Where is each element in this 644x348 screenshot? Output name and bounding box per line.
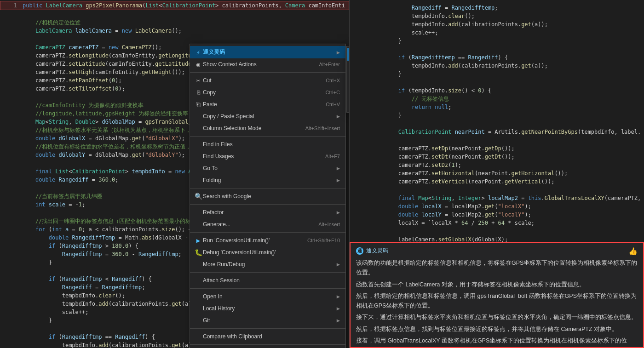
ai-line-2: 函数首先创建一个 LabelCamera 对象，用于存储标签在相机像素坐标系下的… xyxy=(356,280,638,290)
folding-arrow: ▶ xyxy=(337,177,340,183)
menu-item-debug[interactable]: 🐛 Debug 'ConversionUtil.main()' xyxy=(190,246,345,258)
separator-9 xyxy=(190,344,345,345)
r-code-5: } xyxy=(350,37,644,45)
r-code-3: tempbdInfo.add(calibrationPoints.get(a))… xyxy=(350,20,644,29)
r-code-empty3 xyxy=(350,120,644,128)
menu-item-tongyi[interactable]: ⚡ 通义灵码 ▶ 解释代码 生成单元测试 生成代码注释 生成优化建议 xyxy=(190,46,345,58)
r-code-empty5 xyxy=(350,186,644,194)
menu-item-paste[interactable]: ⎗ Paste Ctrl+V xyxy=(190,98,345,110)
separator-2 xyxy=(190,136,345,137)
cut-icon: ✂ xyxy=(194,77,203,84)
git-arrow: ▶ xyxy=(337,317,340,324)
r-code-2: tempbdInfo.clear(); xyxy=(350,12,644,20)
menu-item-column-selection[interactable]: Column Selection Mode Alt+Shift+Insert xyxy=(190,122,345,134)
menu-item-copy[interactable]: ⎘ Copy Ctrl+C xyxy=(190,86,345,98)
paste-icon: ⎗ xyxy=(194,101,203,108)
r-code-10: // 无标签信息 xyxy=(350,95,644,103)
r-code-21: double localY = localMap2.get("localY"); xyxy=(350,211,644,219)
ai-line-3: 然后，根据给定的相机信息和标签信息，调用 gpsTranGlobal_bolt … xyxy=(356,291,638,311)
menu-item-search-google[interactable]: 🔍 Search with Google xyxy=(190,190,345,202)
ai-icon: 通 xyxy=(356,247,363,255)
menu-item-run[interactable]: ▶ Run 'ConversionUtil.main()' Ctrl+Shift… xyxy=(190,234,345,246)
ai-panel: 通 通义灵码 👍 该函数的功能是根据给定的标签信息和相机信息，将标签在GPS坐标… xyxy=(350,242,644,348)
r-code-11: return null; xyxy=(350,103,644,111)
goto-arrow: ▶ xyxy=(337,165,340,171)
code-line-3: LabelCamera labelCamera = new LabelCamer… xyxy=(0,27,349,35)
r-code-17: cameraPTZ.setHorizontal(nearPoint.getHor… xyxy=(350,169,644,177)
r-code-19: final Map<String, Integer> localMap2 = t… xyxy=(350,194,644,202)
r-code-empty1 xyxy=(350,45,644,53)
r-code-14: cameraPTZ.setDp(nearPoint.getDp()); xyxy=(350,144,644,153)
r-code-13: CalibrationPoint nearPoint = ArUtils.get… xyxy=(350,128,644,136)
r-code-4: scale++; xyxy=(350,29,644,37)
menu-item-goto[interactable]: Go To ▶ xyxy=(190,162,345,174)
r-code-18: cameraPTZ.setVertical(nearPoint.getVerti… xyxy=(350,177,644,186)
code-line-empty2 xyxy=(0,35,349,43)
ai-content: 该函数的功能是根据给定的标签信息和相机信息，将标签在GPS坐标系下的位置转换为相… xyxy=(356,258,638,348)
r-code-23: labelCamera.setGlobalX(dGlobalX); xyxy=(350,235,644,242)
ai-line-6: 接着，调用 GlobalTransLocalXY 函数将相机在GPS坐标系下的位… xyxy=(356,336,638,348)
separator-5 xyxy=(190,232,345,233)
separator-3 xyxy=(190,188,345,188)
menu-item-show-context[interactable]: ◉ Show Context Actions Alt+Enter xyxy=(190,58,345,70)
separator-6 xyxy=(190,272,345,273)
ai-line-5: 然后，根据标签点信息，找到与标签位置最接近的标签点，并将其信息存储在 Camer… xyxy=(356,325,638,334)
r-code-12: } xyxy=(350,111,644,120)
r-code-empty2 xyxy=(350,78,644,86)
r-code-15: cameraPTZ.setDt(nearPoint.getDt()); xyxy=(350,153,644,161)
separator-4 xyxy=(190,204,345,205)
r-code-6: if (Rangedifftemp == Rangediff) { xyxy=(350,53,644,62)
code-line-2: //相机的定位位置 xyxy=(0,18,349,27)
menu-item-cut[interactable]: ✂ Cut Ctrl+X xyxy=(190,74,345,86)
menu-item-local-history[interactable]: Local History ▶ xyxy=(190,302,345,314)
r-code-8: } xyxy=(350,70,644,78)
r-code-9: if (tempbdInfo.size() < 0) { xyxy=(350,86,644,95)
menu-item-find-files[interactable]: Find in Files xyxy=(190,138,345,150)
tongyi-icon: ⚡ xyxy=(194,49,203,56)
right-panel: Rangediff = Rangedifftemp; tempbdInfo.cl… xyxy=(350,0,644,348)
ai-line-1: 该函数的功能是根据给定的标签信息和相机信息，将标签在GPS坐标系下的位置转换为相… xyxy=(356,258,638,278)
menu-item-open-in[interactable]: Open In ▶ xyxy=(190,291,345,302)
submenu: 解释代码 生成单元测试 生成代码注释 生成优化建议 代码片段补全 Alt+P xyxy=(346,46,350,113)
menu-item-copy-paste-special[interactable]: Copy / Paste Special ▶ xyxy=(190,110,345,122)
menu-item-folding[interactable]: Folding ▶ xyxy=(190,174,345,186)
run-icon: ▶ xyxy=(194,237,203,244)
code-line-1: 1 public LabelCamera gps2PixelPanorama(L… xyxy=(0,1,349,10)
debug-icon: 🐛 xyxy=(194,249,203,256)
tongyi-label: 通义灵码 xyxy=(203,48,333,56)
copy-icon: ⎘ xyxy=(194,89,203,96)
copy-paste-arrow: ▶ xyxy=(337,113,340,120)
more-run-arrow: ▶ xyxy=(337,261,340,268)
show-context-icon: ◉ xyxy=(194,61,203,68)
r-code-7: tempbdInfo.add(calibrationPoints.get(a))… xyxy=(350,62,644,70)
refactor-arrow: ▶ xyxy=(337,209,340,216)
tongyi-arrow: ▶ xyxy=(337,49,340,56)
menu-item-git[interactable]: Git ▶ xyxy=(190,314,345,326)
menu-item-attach-session[interactable]: Attach Session xyxy=(190,274,345,286)
r-code-empty4 xyxy=(350,136,644,144)
menu-item-compare-clipboard[interactable]: Compare with Clipboard xyxy=(190,331,345,342)
local-history-arrow: ▶ xyxy=(337,305,340,312)
separator-1 xyxy=(190,72,345,73)
r-code-1: Rangediff = Rangedifftemp; xyxy=(350,4,644,12)
code-line-empty xyxy=(0,10,349,18)
separator-8 xyxy=(190,328,345,329)
menu-item-find-usages[interactable]: Find Usages Alt+F7 xyxy=(190,150,345,162)
right-code-area: Rangediff = Rangedifftemp; tempbdInfo.cl… xyxy=(350,0,644,242)
context-menu: ⚡ 通义灵码 ▶ 解释代码 生成单元测试 生成代码注释 生成优化建议 xyxy=(190,44,346,348)
open-in-arrow: ▶ xyxy=(337,293,340,300)
ai-line-4: 接下来，通过计算相机与标签水平夹角和相机位置与标签位置的水平夹角，确定同一纬圈中… xyxy=(356,313,638,322)
r-code-22: localX = `localX * 64 / 250 + 64 * scale… xyxy=(350,219,644,227)
r-code-16: cameraPTZ.setDz(1); xyxy=(350,161,644,169)
like-button[interactable]: 👍 xyxy=(628,247,638,256)
ai-panel-title: 通义灵码 xyxy=(366,247,388,255)
r-code-20: double localX = localMap2.get("localX"); xyxy=(350,202,644,211)
r-code-empty6 xyxy=(350,227,644,235)
ai-panel-header: 通 通义灵码 xyxy=(356,247,638,255)
left-code-editor: 1 public LabelCamera gps2PixelPanorama(L… xyxy=(0,0,350,348)
search-google-icon: 🔍 xyxy=(194,193,203,200)
separator-7 xyxy=(190,288,345,289)
menu-item-more-run[interactable]: More Run/Debug ▶ xyxy=(190,258,345,270)
menu-item-refactor[interactable]: Refactor ▶ xyxy=(190,206,345,218)
menu-item-generate[interactable]: Generate... Alt+Insert xyxy=(190,218,345,230)
